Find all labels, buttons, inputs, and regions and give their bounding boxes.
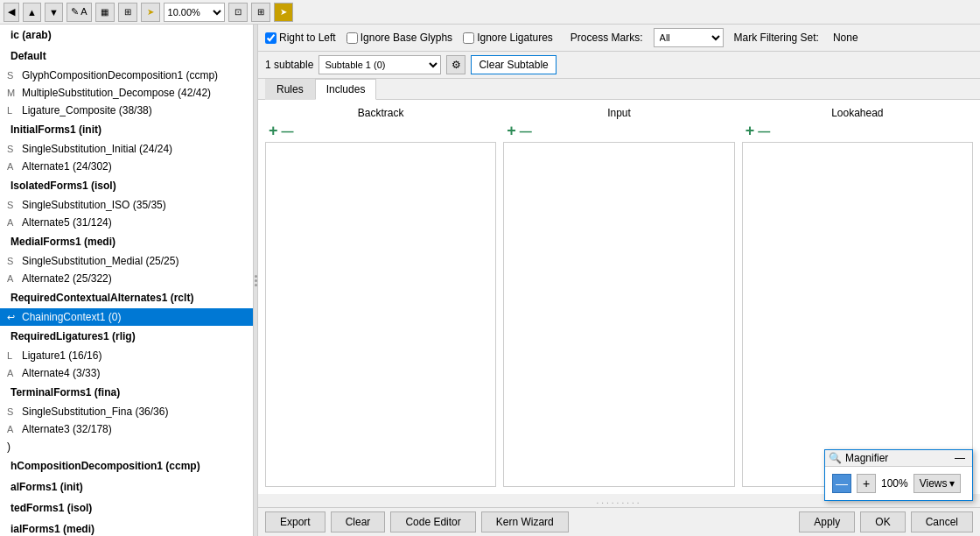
bottom-left-buttons: Export Clear Code Editor Kern Wizard [265,511,569,532]
sidebar-item-category[interactable]: RequiredContextualAlternates1 (rclt) [0,287,253,308]
input-header: Input [503,107,734,119]
ok-button[interactable]: OK [860,511,905,532]
sidebar-item-category[interactable]: InitialForms1 (init) [0,119,253,140]
sidebar-item-category[interactable]: ialForms1 (medi) [0,518,253,536]
export-button[interactable]: Export [265,511,326,532]
kern-wizard-button[interactable]: Kern Wizard [481,511,569,532]
magnifier-title: Magnifier [845,452,951,464]
columns-boxes [265,142,973,487]
sidebar-list: ic (arab)DefaultSGlyphCompositionDecompo… [0,25,253,536]
code-editor-button[interactable]: Code Editor [390,511,475,532]
sidebar-item-label: Alternate4 (3/33) [22,365,100,381]
bottom-right-buttons: Apply OK Cancel [799,511,973,532]
sidebar-item[interactable]: LLigature_Composite (38/38) [0,102,253,119]
sidebar-item-category[interactable]: alForms1 (init) [0,476,253,497]
sidebar-item[interactable]: ) [0,438,253,455]
sidebar-item-category[interactable]: IsolatedForms1 (isol) [0,175,253,196]
toolbar-btn-left[interactable]: ◀ [4,3,19,22]
ignore-ligatures-checkbox-label[interactable]: Ignore Ligatures [463,32,553,44]
toolbar-icon-grid[interactable]: ▦ [95,3,115,22]
ignore-base-glyphs-checkbox-label[interactable]: Ignore Base Glyphs [346,32,452,44]
sidebar-item[interactable]: SSingleSubstitution_Fina (36/36) [0,403,253,420]
toolbar-btn-up[interactable]: ▲ [23,3,41,22]
sidebar-item[interactable]: SSingleSubstitution_Medial (25/25) [0,252,253,270]
input-remove-button[interactable]: — [520,125,532,138]
sidebar-item-category[interactable]: tedForms1 (isol) [0,497,253,518]
process-marks-select[interactable]: All [654,28,724,47]
toolbar-btn-down[interactable]: ▼ [45,3,63,22]
magnifier-zoom-label: 100% [881,477,908,490]
backtrack-controls: + — [265,123,496,138]
subtable-select[interactable]: Subtable 1 (0) [318,55,441,74]
apply-button[interactable]: Apply [799,511,855,532]
magnifier-views-button[interactable]: Views ▾ [914,474,961,493]
magnifier-controls: — + 100% Views ▾ [829,470,969,497]
tab-includes[interactable]: Includes [315,79,377,100]
sidebar-item-category[interactable]: RequiredLigatures1 (rlig) [0,326,253,347]
mark-filtering-value: None [833,32,858,44]
toolbar-icon-active[interactable]: ➤ [274,3,293,22]
sidebar-item-icon: S [7,253,19,269]
sidebar-item[interactable]: SSingleSubstitution_ISO (35/35) [0,196,253,214]
sidebar-item[interactable]: ↩ChainingContext1 (0) [0,308,253,326]
top-toolbar: ◀ ▲ ▼ ✎ A ▦ ⊞ ➤ 10.00% ⊡ ⊞ ➤ [0,0,980,25]
sidebar-item-category[interactable]: hCompositionDecomposition1 (ccmp) [0,455,253,476]
sidebar-item[interactable]: AAlternate5 (31/124) [0,214,253,231]
input-add-button[interactable]: + [507,123,516,138]
sidebar-item-category[interactable]: Default [0,46,253,67]
sidebar-item-label: ) [7,439,10,455]
magnifier-zoom-in-button[interactable]: + [857,474,876,493]
sidebar-item[interactable]: SGlyphCompositionDecomposition1 (ccmp) [0,67,253,84]
sidebar-item-category[interactable]: MedialForms1 (medi) [0,231,253,252]
sidebar-item[interactable]: AAlternate2 (25/322) [0,270,253,287]
toolbar-icon-table[interactable]: ⊞ [118,3,137,22]
sidebar-item-label: ChainingContext1 (0) [22,309,121,325]
subtable-gear-button[interactable]: ⚙ [446,55,466,74]
sidebar-item-icon: S [7,197,19,213]
clear-button[interactable]: Clear [331,511,386,532]
sidebar-item[interactable]: LLigature1 (16/16) [0,347,253,364]
toolbar-icon-view1[interactable]: ⊡ [228,3,248,22]
cancel-button[interactable]: Cancel [911,511,973,532]
sidebar-item-label: Alternate1 (24/302) [22,159,112,174]
zoom-select[interactable]: 10.00% [164,3,225,22]
sidebar-item-label: Alternate5 (31/124) [22,215,112,230]
bottom-bar: Export Clear Code Editor Kern Wizard App… [258,507,980,536]
tab-rules[interactable]: Rules [265,79,315,100]
sidebar-item-icon: A [7,365,19,381]
magnifier-titlebar: 🔍 Magnifier — [825,450,972,467]
toolbar-icon-move[interactable]: ➤ [141,3,160,22]
sidebar-item[interactable]: AAlternate3 (32/178) [0,420,253,438]
sidebar-item[interactable]: MMultipleSubstitution_Decompose (42/42) [0,84,253,102]
right-to-left-label: Right to Left [279,32,336,44]
sidebar-item[interactable]: SSingleSubstitution_Initial (24/24) [0,140,253,158]
magnifier-zoom-out-button[interactable]: — [832,474,851,493]
includes-content: Backtrack Input Lookahead + — + — + — [258,100,980,494]
clear-subtable-button[interactable]: Clear Subtable [471,55,556,74]
ignore-ligatures-checkbox[interactable] [463,32,474,44]
backtrack-add-button[interactable]: + [269,123,278,138]
columns-header: Backtrack Input Lookahead [265,107,973,119]
lookahead-add-button[interactable]: + [746,123,755,138]
sidebar-item-label: GlyphCompositionDecomposition1 (ccmp) [22,67,218,83]
sidebar-category-label: TerminalForms1 (fina) [7,383,123,402]
ignore-base-glyphs-label: Ignore Base Glyphs [360,32,452,44]
right-to-left-checkbox-label[interactable]: Right to Left [265,32,336,44]
toolbar-icon-view2[interactable]: ⊞ [251,3,270,22]
sidebar-item[interactable]: AAlternate1 (24/302) [0,158,253,175]
lookahead-remove-button[interactable]: — [758,125,770,138]
ignore-base-glyphs-checkbox[interactable] [346,32,358,44]
backtrack-remove-button[interactable]: — [282,125,294,138]
lookahead-controls: + — [742,123,973,138]
right-to-left-checkbox[interactable] [265,32,276,44]
magnifier-minimize-button[interactable]: — [951,452,969,464]
sidebar-item-category[interactable]: TerminalForms1 (fina) [0,382,253,403]
sidebar-item-icon: A [7,271,19,286]
sidebar-category-label: hCompositionDecomposition1 (ccmp) [7,456,204,476]
sidebar-item[interactable]: AAlternate4 (3/33) [0,364,253,382]
sidebar-item-category[interactable]: ic (arab) [0,25,253,46]
sidebar-category-label: Default [7,46,50,66]
sidebar-item-label: SingleSubstitution_Initial (24/24) [22,141,172,157]
sidebar-category-label: ic (arab) [7,25,55,45]
toolbar-btn-edit[interactable]: ✎ A [66,3,92,22]
